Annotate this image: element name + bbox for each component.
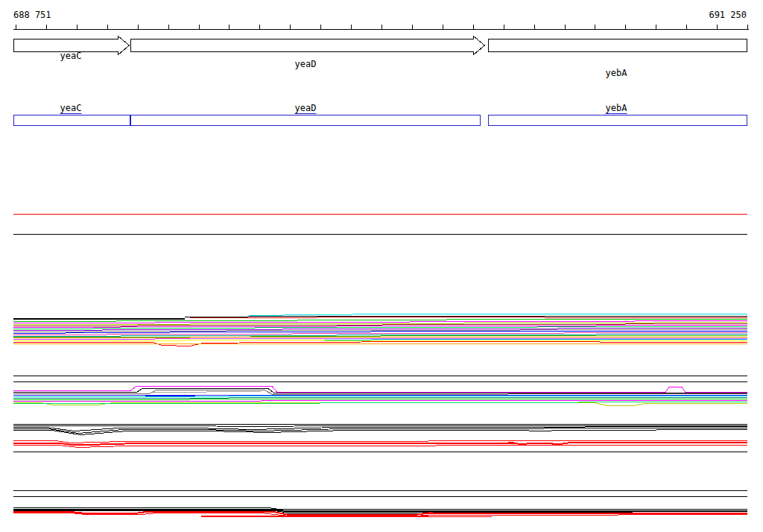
gene-label-yeaC[interactable]: yeaC <box>60 51 82 60</box>
genome-browser-window: 688 751 691 250 yeaCyeaDyebAyeaCyeaDyebA <box>0 0 763 532</box>
cds-label-yeaC[interactable]: yeaC <box>60 104 82 114</box>
cds-label-yebA[interactable]: yebA <box>606 104 627 114</box>
gene-label-yeaD[interactable]: yeaD <box>295 60 317 69</box>
feature-labels-layer: yeaCyeaDyebAyeaCyeaDyebA <box>0 0 763 532</box>
cds-label-yeaD[interactable]: yeaD <box>295 104 317 114</box>
gene-label-yebA[interactable]: yebA <box>606 69 627 77</box>
